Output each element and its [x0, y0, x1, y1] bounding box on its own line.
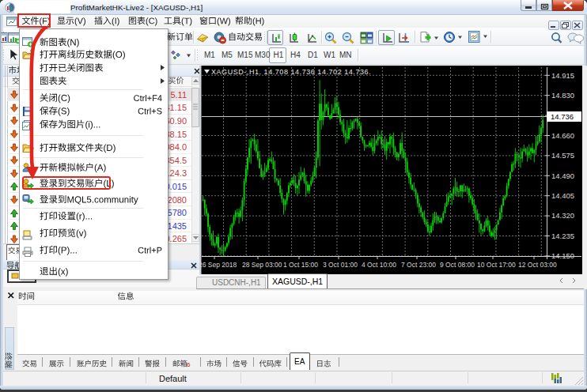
svg-text:10 Oct 17:00: 10 Oct 17:00	[477, 261, 516, 269]
svg-text:14.660: 14.660	[551, 131, 574, 140]
svg-text:14.235: 14.235	[551, 232, 574, 240]
svg-text:4 Oct 10:00: 4 Oct 10:00	[362, 261, 396, 269]
svg-text:XAGUSD-,H1. 14.708 14.736 14.7: XAGUSD-,H1. 14.708 14.736 14.702 14.736.	[211, 68, 371, 76]
svg-text:26 Sep 2018: 26 Sep 2018	[199, 261, 237, 269]
svg-text:14.320: 14.320	[551, 211, 574, 220]
svg-text:7 Oct 23:00: 7 Oct 23:00	[401, 261, 436, 269]
svg-text:14.405: 14.405	[551, 191, 574, 200]
svg-text:14.490: 14.490	[551, 172, 574, 180]
svg-text:14.915: 14.915	[551, 71, 574, 80]
svg-text:1 Oct 15:00: 1 Oct 15:00	[283, 261, 318, 269]
svg-text:28 Sep 03:00: 28 Sep 03:00	[242, 261, 282, 269]
svg-text:14.575: 14.575	[551, 151, 574, 160]
svg-text:9 Oct 08:00: 9 Oct 08:00	[440, 261, 475, 269]
svg-text:12 Oct 03:00: 12 Oct 03:00	[518, 261, 557, 269]
svg-text:14.830: 14.830	[551, 91, 574, 100]
svg-text:3 Oct 01:00: 3 Oct 01:00	[323, 261, 358, 269]
svg-text:14.736: 14.736	[551, 112, 574, 121]
svg-text:14.150: 14.150	[551, 251, 574, 260]
